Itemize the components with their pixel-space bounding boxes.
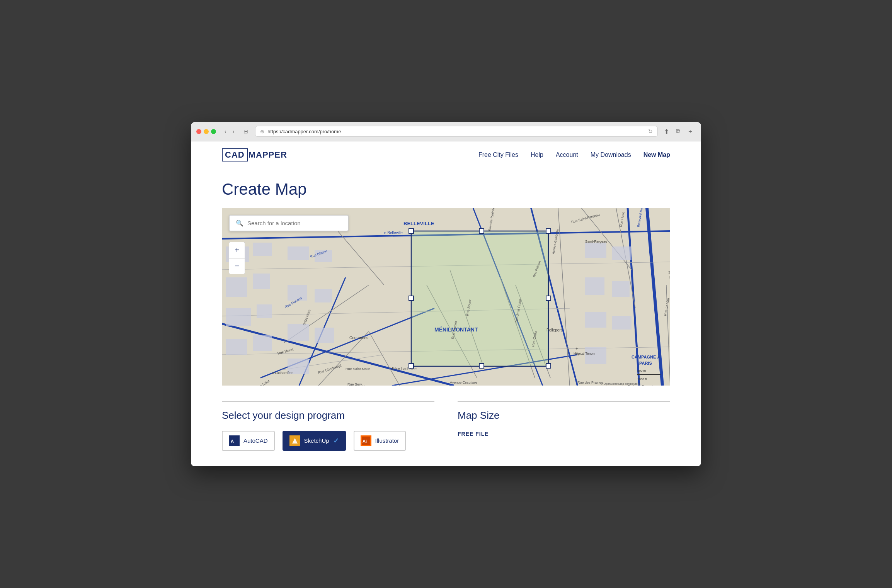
svg-text:e Belleville: e Belleville [384, 231, 403, 235]
sketchup-program-button[interactable]: SketchUp ✓ [283, 431, 346, 451]
traffic-lights [196, 129, 216, 134]
svg-rect-58 [479, 364, 484, 368]
nav-help[interactable]: Help [531, 151, 543, 158]
search-box: 🔍 [229, 215, 349, 231]
nav-new-map[interactable]: New Map [643, 151, 670, 158]
sketchup-icon [289, 435, 300, 446]
map-svg: BELLEVILLE e Belleville MÉNILMONTANT 20T… [222, 208, 670, 386]
zoom-in-button[interactable]: + [229, 242, 245, 258]
page-title: Create Map [222, 180, 670, 199]
svg-text:© OpenStreetMap contributors: © OpenStreetMap contributors [601, 382, 640, 386]
svg-text:Rue Serv...: Rue Serv... [347, 382, 364, 386]
svg-text:CAMPAGNE À: CAMPAGNE À [632, 355, 660, 359]
svg-rect-40 [315, 328, 334, 343]
sections-row: Select your design program A AutoCAD [222, 401, 670, 451]
svg-rect-53 [479, 229, 484, 233]
browser-nav-buttons: ‹ › [222, 127, 237, 135]
svg-rect-45 [612, 281, 630, 297]
svg-rect-55 [409, 296, 414, 301]
zoom-out-button[interactable]: − [229, 258, 245, 274]
share-button[interactable]: ⬆ [662, 126, 671, 137]
browser-window: ‹ › ⊟ ⊕ https://cadmapper.com/pro/home ↻… [191, 122, 701, 466]
sidebar-toggle-button[interactable]: ⊟ [240, 127, 251, 136]
illustrator-icon: Ai [361, 435, 371, 446]
page-content: CADMAPPER Free City Files Help Account M… [191, 141, 701, 466]
svg-rect-31 [226, 308, 251, 326]
svg-text:Hôpital Tenon: Hôpital Tenon [574, 352, 595, 355]
map-container[interactable]: BELLEVILLE e Belleville MÉNILMONTANT 20T… [222, 208, 670, 386]
svg-rect-46 [585, 312, 606, 328]
svg-rect-44 [585, 277, 604, 295]
illustrator-program-button[interactable]: Ai Illustrator [354, 431, 406, 451]
svg-rect-42 [585, 243, 606, 258]
svg-rect-103 [637, 374, 660, 375]
design-program-section: Select your design program A AutoCAD [222, 401, 434, 451]
svg-text:Rue Saint-Maur: Rue Saint-Maur [346, 367, 370, 371]
logo[interactable]: CADMAPPER [222, 148, 287, 161]
new-tab-button[interactable]: ＋ [685, 126, 696, 137]
svg-text:300 m: 300 m [637, 369, 646, 372]
svg-rect-39 [288, 324, 309, 341]
nav-free-city-files[interactable]: Free City Files [478, 151, 518, 158]
address-bar[interactable]: ⊕ https://cadmapper.com/pro/home ↻ [255, 126, 658, 137]
svg-rect-51 [411, 231, 548, 366]
svg-text:1000 ft: 1000 ft [637, 377, 647, 381]
svg-rect-30 [253, 274, 270, 289]
svg-text:A: A [231, 439, 234, 444]
nav-my-downloads[interactable]: My Downloads [591, 151, 631, 158]
svg-rect-29 [226, 277, 247, 297]
svg-text:Saint-Fargeau: Saint-Fargeau [585, 240, 607, 243]
url-text: https://cadmapper.com/pro/home [267, 129, 645, 134]
svg-rect-35 [288, 246, 309, 260]
svg-rect-43 [612, 246, 632, 260]
main-content: Create Map [191, 168, 701, 466]
reload-button[interactable]: ↻ [648, 128, 653, 134]
svg-text:+: + [575, 346, 578, 351]
svg-text:Pelleport: Pelleport [546, 328, 562, 332]
svg-text:Square: Square [668, 270, 670, 274]
svg-text:Avenue Circulaire: Avenue Circulaire [450, 381, 477, 384]
free-file-badge: FREE FILE [458, 431, 670, 437]
svg-rect-48 [585, 347, 606, 364]
svg-text:a Lacharrière: a Lacharrière [272, 371, 293, 375]
svg-rect-56 [546, 296, 551, 301]
svg-rect-28 [253, 243, 272, 256]
nav-account[interactable]: Account [556, 151, 578, 158]
forward-button[interactable]: › [230, 127, 237, 135]
map-size-section: Map Size FREE FILE [458, 401, 670, 451]
autocad-program-button[interactable]: A AutoCAD [222, 431, 275, 451]
svg-rect-38 [315, 289, 332, 302]
svg-text:Fl...: Fl... [669, 275, 670, 279]
browser-actions: ⬆ ⧉ ＋ [662, 126, 696, 137]
fullscreen-window-button[interactable] [211, 129, 216, 134]
design-section-title: Select your design program [222, 410, 434, 421]
svg-text:BELLEVILLE: BELLEVILLE [403, 221, 434, 226]
map-size-divider [458, 401, 670, 402]
design-section-divider [222, 401, 434, 402]
autocad-icon: A [229, 435, 240, 446]
svg-rect-59 [546, 364, 551, 368]
back-button[interactable]: ‹ [222, 127, 229, 135]
search-icon: 🔍 [236, 219, 243, 227]
map-size-title: Map Size [458, 410, 670, 421]
svg-rect-52 [409, 229, 414, 233]
url-icon: ⊕ [260, 129, 264, 134]
svg-text:Ai: Ai [363, 439, 367, 444]
map-background: BELLEVILLE e Belleville MÉNILMONTANT 20T… [222, 208, 670, 386]
search-input[interactable] [247, 220, 342, 226]
autocad-label: AutoCAD [243, 437, 268, 444]
logo-cad: CAD [222, 148, 248, 161]
svg-rect-34 [253, 335, 272, 351]
svg-rect-54 [546, 229, 551, 233]
svg-text:Père Lachaise: Père Lachaise [392, 367, 417, 371]
design-programs-list: A AutoCAD [222, 431, 434, 451]
site-nav: Free City Files Help Account My Download… [478, 151, 670, 158]
svg-rect-33 [226, 339, 247, 355]
svg-rect-47 [612, 316, 632, 330]
svg-text:Rue des Prairies: Rue des Prairies [577, 381, 603, 384]
minimize-window-button[interactable] [204, 129, 209, 134]
sketchup-checkmark: ✓ [333, 437, 339, 445]
close-window-button[interactable] [196, 129, 201, 134]
duplicate-tab-button[interactable]: ⧉ [674, 126, 683, 137]
logo-mapper: MAPPER [249, 150, 287, 160]
